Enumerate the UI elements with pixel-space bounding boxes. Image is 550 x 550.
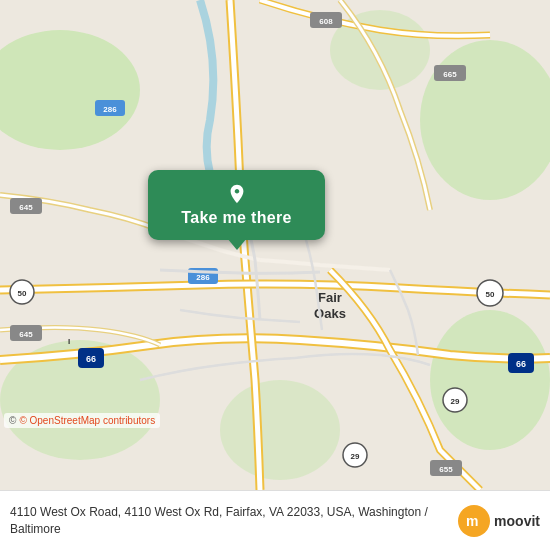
moovit-text: moovit: [494, 513, 540, 529]
svg-text:645: 645: [19, 203, 33, 212]
svg-text:50: 50: [486, 290, 495, 299]
svg-text:29: 29: [451, 397, 460, 406]
svg-point-5: [220, 380, 340, 480]
svg-text:66: 66: [86, 354, 96, 364]
svg-text:Fair: Fair: [318, 290, 342, 305]
svg-text:665: 665: [443, 70, 457, 79]
take-me-there-label: Take me there: [181, 209, 291, 227]
svg-text:286: 286: [103, 105, 117, 114]
location-pin-icon: [226, 183, 248, 205]
svg-text:I: I: [68, 337, 70, 346]
footer: 4110 West Ox Road, 4110 West Ox Rd, Fair…: [0, 490, 550, 550]
map-container: 66 I 50 286 608 665 286 645 645 50 29 29: [0, 0, 550, 490]
svg-point-3: [430, 310, 550, 450]
svg-text:m: m: [466, 513, 478, 529]
footer-address: 4110 West Ox Road, 4110 West Ox Rd, Fair…: [10, 504, 450, 538]
svg-text:286: 286: [196, 273, 210, 282]
moovit-logo-circle: m: [458, 505, 490, 537]
svg-text:655: 655: [439, 465, 453, 474]
take-me-there-button[interactable]: Take me there: [148, 170, 325, 240]
svg-text:50: 50: [18, 289, 27, 298]
svg-text:66: 66: [516, 359, 526, 369]
moovit-logo: m moovit: [458, 505, 540, 537]
svg-text:608: 608: [319, 17, 333, 26]
copyright-row: © © OpenStreetMap contributors: [4, 413, 160, 428]
osm-link[interactable]: © OpenStreetMap contributors: [19, 415, 155, 426]
svg-text:29: 29: [351, 452, 360, 461]
moovit-icon: m: [463, 510, 485, 532]
svg-text:645: 645: [19, 330, 33, 339]
copyright-symbol: ©: [9, 415, 16, 426]
